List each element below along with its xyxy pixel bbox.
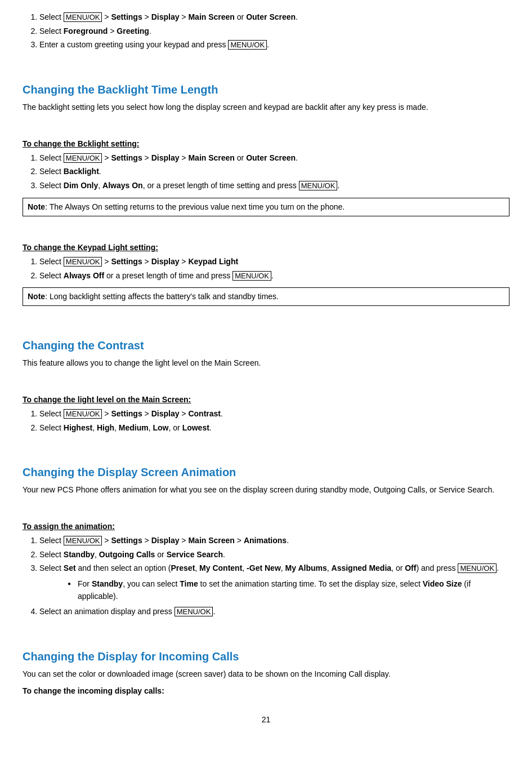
backlight-steps-2: Select MENU/OK > Settings > Display > Ke…: [39, 256, 509, 282]
section-backlight: Changing the Backlight Time Length The b…: [23, 81, 509, 306]
animation-step-1: Select MENU/OK > Settings > Display > Ma…: [39, 535, 509, 547]
animation-heading: Changing the Display Screen Animation: [23, 464, 509, 481]
menu-ok-badge-7: MENU/OK: [64, 409, 102, 419]
animation-subheading: To assign the animation:: [23, 521, 509, 532]
page-number: 21: [23, 714, 509, 726]
incoming-intro: You can set the color or downloaded imag…: [23, 668, 509, 681]
intro-list: Select MENU/OK > Settings > Display > Ma…: [39, 11, 509, 51]
contrast-steps: Select MENU/OK > Settings > Display > Co…: [39, 408, 509, 434]
section-incoming: Changing the Display for Incoming Calls …: [23, 648, 509, 697]
menu-ok-badge-6: MENU/OK: [233, 271, 271, 281]
menu-ok-badge-4: MENU/OK: [299, 181, 338, 190]
menu-ok-badge-5: MENU/OK: [64, 257, 102, 267]
intro-step-3: Enter a custom greeting using your keypa…: [39, 39, 509, 51]
animation-steps: Select MENU/OK > Settings > Display > Ma…: [39, 535, 509, 618]
intro-step-2: Select Foreground > Greeting.: [39, 25, 509, 38]
backlight-intro: The backlight setting lets you select ho…: [23, 101, 509, 114]
animation-bullet-1: For Standby, you can select Time to set …: [68, 578, 509, 602]
backlight-step-1-2: Select Backlight.: [39, 166, 509, 178]
animation-step-2: Select Standby, Outgoing Calls or Servic…: [39, 549, 509, 561]
backlight-subheading-1: To change the Bcklight setting:: [23, 138, 509, 150]
intro-step-1: Select MENU/OK > Settings > Display > Ma…: [39, 11, 509, 24]
menu-ok-badge-9: MENU/OK: [458, 563, 497, 573]
contrast-heading: Changing the Contrast: [23, 337, 509, 354]
animation-intro: Your new PCS Phone offers animation for …: [23, 484, 509, 496]
backlight-steps-1: Select MENU/OK > Settings > Display > Ma…: [39, 152, 509, 192]
animation-bullets: For Standby, you can select Time to set …: [68, 578, 509, 602]
backlight-step-2-1: Select MENU/OK > Settings > Display > Ke…: [39, 256, 509, 268]
backlight-step-2-2: Select Always Off or a preset length of …: [39, 270, 509, 282]
backlight-subheading-2: To change the Keypad Light setting:: [23, 242, 509, 254]
menu-ok-badge-10: MENU/OK: [175, 607, 213, 616]
contrast-step-2: Select Highest, High, Medium, Low, or Lo…: [39, 422, 509, 434]
menu-ok-badge-1: MENU/OK: [64, 12, 102, 22]
menu-ok-badge-3: MENU/OK: [64, 153, 102, 163]
note-box-2: Note: Long backlight setting affects the…: [23, 287, 509, 306]
backlight-step-1-3: Select Dim Only, Always On, or a preset …: [39, 180, 509, 192]
backlight-heading: Changing the Backlight Time Length: [23, 81, 509, 98]
incoming-subheading: To change the incoming display calls:: [23, 685, 509, 698]
incoming-heading: Changing the Display for Incoming Calls: [23, 648, 509, 665]
menu-ok-badge-8: MENU/OK: [64, 536, 102, 545]
section-contrast: Changing the Contrast This feature allow…: [23, 337, 509, 434]
animation-step-4: Select an animation display and press ME…: [39, 606, 509, 618]
contrast-intro: This feature allows you to change the li…: [23, 357, 509, 370]
animation-step-3: Select Set and then select an option (Pr…: [39, 562, 509, 602]
contrast-step-1: Select MENU/OK > Settings > Display > Co…: [39, 408, 509, 420]
backlight-step-1-1: Select MENU/OK > Settings > Display > Ma…: [39, 152, 509, 165]
note-box-1: Note: The Always On setting returns to t…: [23, 198, 509, 216]
menu-ok-badge-2: MENU/OK: [228, 40, 267, 50]
contrast-subheading: To change the light level on the Main Sc…: [23, 394, 509, 406]
section-animation: Changing the Display Screen Animation Yo…: [23, 464, 509, 618]
